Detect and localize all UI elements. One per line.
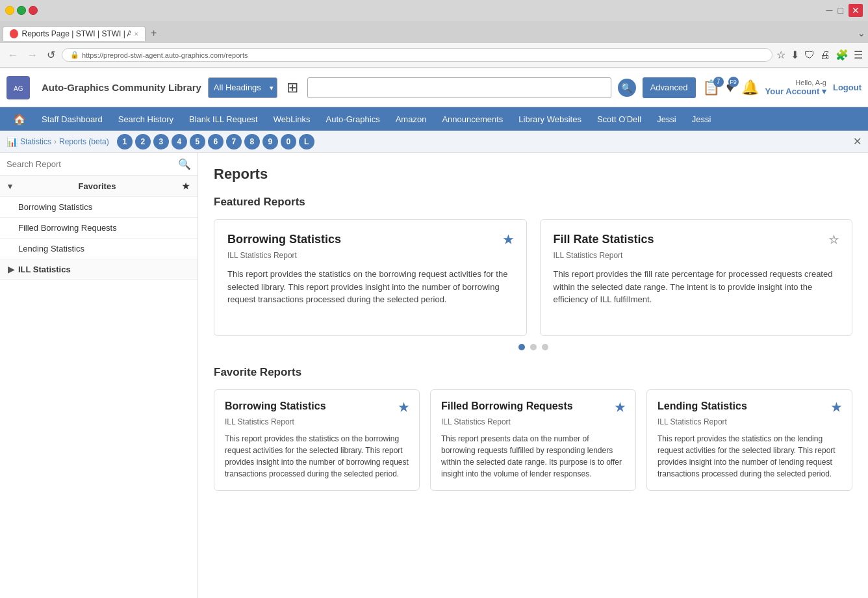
alpha-btn-2[interactable]: 2	[135, 134, 151, 150]
sidebar-favorites-header[interactable]: ▾ Favorites ★	[0, 176, 198, 197]
fav-card-filled-borrowing[interactable]: Filled Borrowing Requests ★ ILL Statisti…	[430, 389, 636, 491]
alpha-btn-6[interactable]: 6	[208, 134, 223, 150]
breadcrumb-reports[interactable]: Reports (beta)	[59, 137, 109, 146]
user-account[interactable]: Hello, A-g Your Account ▾	[765, 79, 826, 96]
new-tab-button[interactable]: +	[146, 27, 162, 39]
carousel-dot-1[interactable]	[518, 344, 525, 350]
tab-title: Reports Page | STWI | STWI | Au...	[22, 29, 131, 38]
nav-staff-dashboard[interactable]: Staff Dashboard	[35, 111, 109, 127]
alpha-btn-8[interactable]: 8	[244, 134, 260, 150]
sidebar-item-filled-borrowing[interactable]: Filled Borrowing Requests	[0, 218, 198, 239]
reports-icon-wrap[interactable]: 📋 7	[702, 79, 720, 96]
print-icon[interactable]: 🖨	[820, 49, 830, 61]
nav-home[interactable]: 🏠	[6, 110, 32, 129]
close-button[interactable]	[29, 6, 38, 15]
sidebar-search-input[interactable]	[6, 159, 174, 169]
bell-icon[interactable]: 🔔	[741, 79, 759, 96]
fav-card-borrowing-desc: This report provides the statistics on t…	[225, 433, 409, 480]
logo-icon: AG	[6, 76, 30, 99]
download-icon[interactable]: ⬇	[791, 49, 799, 61]
menu-icon[interactable]: ☰	[854, 49, 863, 61]
window-close-icon[interactable]: ✕	[849, 4, 863, 17]
tab-overflow-icon[interactable]: ⌄	[858, 28, 865, 38]
shield-icon[interactable]: 🛡	[804, 49, 815, 61]
featured-card-fill-rate[interactable]: Fill Rate Statistics ☆ ILL Statistics Re…	[540, 219, 853, 336]
alpha-btn-L[interactable]: L	[299, 134, 314, 150]
featured-card-fill-rate-title-text: Fill Rate Statistics	[554, 233, 654, 246]
nav-jessi-1[interactable]: Jessi	[650, 111, 683, 127]
featured-card-fill-rate-star[interactable]: ☆	[828, 233, 839, 247]
nav-blank-ill[interactable]: Blank ILL Request	[183, 111, 264, 127]
bell-icon-wrap[interactable]: 🔔	[741, 79, 759, 96]
carousel-dot-3[interactable]	[542, 344, 548, 350]
active-tab[interactable]: Reports Page | STWI | STWI | Au... ×	[3, 26, 146, 41]
window-minimize-icon[interactable]: ─	[826, 5, 833, 16]
sidebar-item-borrowing-statistics[interactable]: Borrowing Statistics	[0, 197, 198, 218]
search-button[interactable]: 🔍	[618, 79, 636, 97]
header-right: 📋 7 ♥ F9 🔔 Hello, A-g Your Account ▾ Log…	[702, 79, 862, 96]
fav-card-borrowing-star[interactable]: ★	[398, 400, 409, 415]
fav-card-filled-borrowing-star[interactable]: ★	[615, 400, 625, 415]
alpha-btn-7[interactable]: 7	[226, 134, 242, 150]
nav-auto-graphics[interactable]: Auto-Graphics	[320, 111, 387, 127]
headings-dropdown[interactable]: All Headings	[208, 77, 277, 98]
sidebar-search-icon[interactable]: 🔍	[178, 158, 191, 170]
alpha-bar-close[interactable]: ✕	[853, 135, 862, 148]
featured-reports-title: Featured Reports	[214, 196, 852, 209]
reports-badge: 7	[713, 77, 724, 87]
stack-icon[interactable]: ⊞	[287, 79, 298, 96]
sidebar-item-lending-statistics[interactable]: Lending Statistics	[0, 239, 198, 259]
alpha-btn-3[interactable]: 3	[153, 134, 169, 150]
account-label[interactable]: Your Account ▾	[765, 86, 826, 96]
fav-card-lending-star[interactable]: ★	[831, 400, 841, 415]
nav-announcements[interactable]: Announcements	[435, 111, 509, 127]
featured-card-borrowing-statistics[interactable]: Borrowing Statistics ★ ILL Statistics Re…	[214, 219, 527, 336]
alpha-btn-0[interactable]: 0	[281, 134, 296, 150]
app-header: AG Auto-Graphics Community Library All H…	[0, 68, 868, 107]
fav-card-borrowing-title: Borrowing Statistics ★	[225, 400, 409, 415]
alpha-btn-9[interactable]: 9	[262, 134, 278, 150]
window-maximize-icon[interactable]: □	[838, 5, 843, 16]
featured-card-borrowing-star[interactable]: ★	[503, 233, 513, 247]
heart-icon-wrap[interactable]: ♥ F9	[726, 79, 735, 96]
hello-text: Hello, A-g	[765, 79, 826, 86]
carousel-dot-2[interactable]	[530, 344, 537, 350]
back-button[interactable]: ←	[5, 48, 21, 62]
lending-statistics-label: Lending Statistics	[18, 244, 84, 254]
favorites-label: Favorites	[79, 181, 116, 191]
featured-card-fill-rate-desc: This report provides the fill rate perce…	[554, 268, 839, 306]
nav-library-websites[interactable]: Library Websites	[512, 111, 588, 127]
fav-card-filled-borrowing-title-text: Filled Borrowing Requests	[441, 400, 573, 412]
maximize-button[interactable]	[17, 6, 26, 15]
borrowing-statistics-label: Borrowing Statistics	[18, 202, 92, 212]
nav-scott-odell[interactable]: Scott O'Dell	[591, 111, 648, 127]
fav-card-lending-statistics[interactable]: Lending Statistics ★ ILL Statistics Repo…	[646, 389, 852, 491]
forward-button[interactable]: →	[25, 48, 40, 62]
minimize-button[interactable]	[5, 6, 14, 15]
fav-card-borrowing-statistics[interactable]: Borrowing Statistics ★ ILL Statistics Re…	[214, 389, 420, 491]
alpha-btn-5[interactable]: 5	[190, 134, 205, 150]
sidebar-ill-statistics-header[interactable]: ▶ ILL Statistics	[0, 259, 198, 280]
bookmark-icon[interactable]: ☆	[776, 49, 785, 61]
favorites-star-icon[interactable]: ★	[182, 181, 190, 191]
app-logo-text: Auto-Graphics Community Library	[42, 82, 201, 93]
fav-card-borrowing-title-text: Borrowing Statistics	[225, 400, 326, 412]
nav-weblinks[interactable]: WebLinks	[267, 111, 317, 127]
nav-search-history[interactable]: Search History	[112, 111, 180, 127]
advanced-button[interactable]: Advanced	[643, 77, 696, 98]
tab-close-button[interactable]: ×	[134, 30, 138, 38]
breadcrumb-statistics[interactable]: Statistics	[20, 137, 51, 146]
address-bar[interactable]: 🔒 https://preprod-stwi-agent.auto-graphi…	[62, 48, 772, 62]
fav-card-borrowing-type: ILL Statistics Report	[225, 417, 409, 426]
nav-amazon[interactable]: Amazon	[389, 111, 433, 127]
refresh-button[interactable]: ↺	[44, 47, 58, 62]
alpha-btn-4[interactable]: 4	[172, 134, 187, 150]
fav-card-lending-type: ILL Statistics Report	[657, 417, 841, 426]
headings-dropdown-wrap[interactable]: All Headings	[208, 77, 277, 98]
alpha-btn-1[interactable]: 1	[117, 134, 133, 150]
extensions-icon[interactable]: 🧩	[836, 49, 849, 61]
search-input[interactable]	[307, 77, 611, 98]
logout-button[interactable]: Logout	[833, 83, 862, 92]
favorites-collapse-icon: ▾	[8, 181, 12, 191]
nav-jessi-2[interactable]: Jessi	[685, 111, 718, 127]
